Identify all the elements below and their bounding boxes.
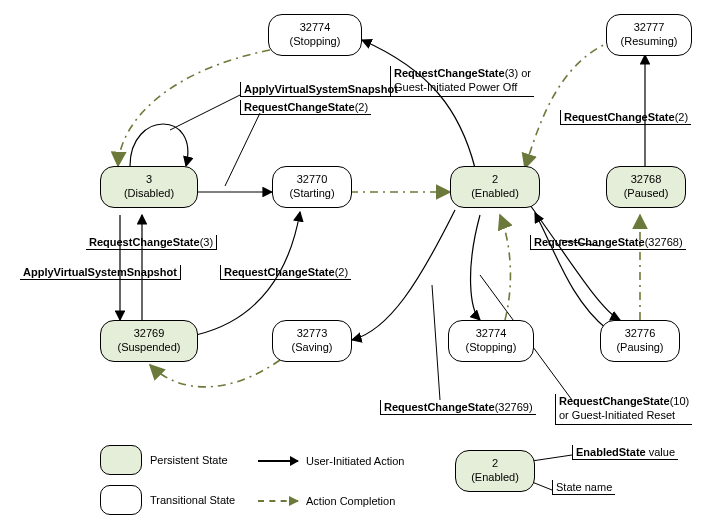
legend-state-name: State name [552, 480, 615, 495]
label-rcs2-disabled-starting: RequestChangeState(2) [240, 100, 371, 115]
label-text: RequestChangeState [384, 401, 495, 413]
label-arg: (2) [675, 111, 688, 123]
state-id: 32770 [277, 173, 347, 187]
legend-arrow-solid [258, 460, 298, 462]
label-arg: (2) [355, 101, 368, 113]
state-id: 32768 [611, 173, 681, 187]
legend-label: Action Completion [306, 495, 395, 507]
state-id: 32769 [105, 327, 193, 341]
label-arg: (32769) [495, 401, 533, 413]
state-enabled: 2 (Enabled) [450, 166, 540, 208]
state-name: (Starting) [277, 187, 347, 201]
label-text: RequestChangeState [244, 101, 355, 113]
label-text: RequestChangeState [89, 236, 200, 248]
state-name: (Saving) [277, 341, 347, 355]
state-id: 2 [460, 457, 530, 471]
legend-action-completion: Action Completion [258, 495, 395, 507]
state-id: 32773 [277, 327, 347, 341]
label-apply-snapshot-self: ApplyVirtualSystemSnapshot [240, 82, 401, 97]
label-rcs32769: RequestChangeState(32769) [380, 400, 536, 415]
label-rcs3-suspended-disabled: RequestChangeState(3) [86, 235, 217, 250]
state-name: (Enabled) [460, 471, 530, 485]
label-arg: (2) [335, 266, 348, 278]
legend-arrow-dashed [258, 500, 298, 502]
state-suspended: 32769 (Suspended) [100, 320, 198, 362]
state-id: 32776 [605, 327, 675, 341]
label-arg: (3) [200, 236, 213, 248]
state-name: (Resuming) [611, 35, 687, 49]
label-text: RequestChangeState [224, 266, 335, 278]
state-saving: 32773 (Saving) [272, 320, 352, 362]
label-rcs2-paused-resuming: RequestChangeState(2) [560, 110, 691, 125]
label-text: RequestChangeState [564, 111, 675, 123]
state-name: (Stopping) [453, 341, 529, 355]
state-paused: 32768 (Paused) [606, 166, 686, 208]
state-pausing: 32776 (Pausing) [600, 320, 680, 362]
state-diagram: 3 (Disabled) 32769 (Suspended) 32770 (St… [0, 0, 714, 528]
label-text: RequestChangeState [559, 395, 670, 407]
state-starting: 32770 (Starting) [272, 166, 352, 208]
state-id: 32777 [611, 21, 687, 35]
label-arg: (3) or [505, 67, 531, 79]
label-line2: Guest-Initiated Power Off [394, 81, 517, 93]
legend-swatch-persistent [100, 445, 142, 475]
label-line2: or Guest-Initiated Reset [559, 409, 675, 421]
label-text: RequestChangeState [534, 236, 645, 248]
state-stopping-top: 32774 (Stopping) [268, 14, 362, 56]
state-name: (Suspended) [105, 341, 193, 355]
legend-label: Persistent State [150, 454, 228, 466]
legend-sample-state: 2 (Enabled) [455, 450, 535, 492]
label-suffix: value [646, 446, 675, 458]
label-apply-snapshot-down: ApplyVirtualSystemSnapshot [20, 265, 181, 280]
label-arg: (10) [670, 395, 690, 407]
legend-swatch-transitional [100, 485, 142, 515]
state-id: 32774 [273, 21, 357, 35]
legend-persistent: Persistent State [100, 445, 228, 475]
state-id: 32774 [453, 327, 529, 341]
state-name: (Disabled) [105, 187, 193, 201]
label-rcs3-or-poweroff: RequestChangeState(3) or Guest-Initiated… [390, 66, 534, 97]
legend-label: Transitional State [150, 494, 235, 506]
state-resuming: 32777 (Resuming) [606, 14, 692, 56]
label-rcs32768: RequestChangeState(32768) [530, 235, 686, 250]
state-disabled: 3 (Disabled) [100, 166, 198, 208]
state-name: (Enabled) [455, 187, 535, 201]
label-arg: (32768) [645, 236, 683, 248]
state-name: (Paused) [611, 187, 681, 201]
label-text: EnabledState [576, 446, 646, 458]
label-rcs10-or-reset: RequestChangeState(10) or Guest-Initiate… [555, 394, 692, 425]
state-id: 2 [455, 173, 535, 187]
label-text: RequestChangeState [394, 67, 505, 79]
state-stopping-mid: 32774 (Stopping) [448, 320, 534, 362]
legend-enabledstate-value: EnabledState value [572, 445, 678, 460]
state-name: (Stopping) [273, 35, 357, 49]
state-name: (Pausing) [605, 341, 675, 355]
legend-transitional: Transitional State [100, 485, 235, 515]
label-rcs2-suspended-starting: RequestChangeState(2) [220, 265, 351, 280]
legend-user-action: User-Initiated Action [258, 455, 404, 467]
legend-label: User-Initiated Action [306, 455, 404, 467]
state-id: 3 [105, 173, 193, 187]
